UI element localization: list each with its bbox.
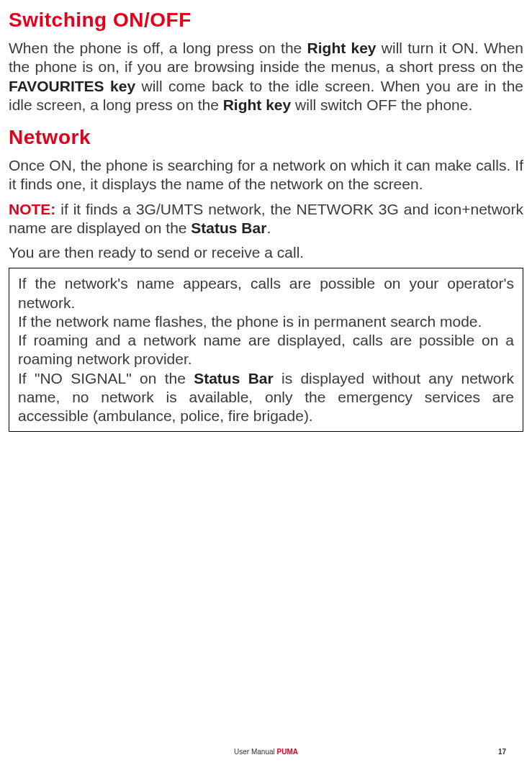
text-fragment: . (266, 220, 271, 236)
box-line-3: If roaming and a network name are displa… (18, 331, 514, 369)
footer-label: User Manual (234, 748, 276, 756)
text-fragment: If "NO SIGNAL" on the (18, 370, 194, 386)
bold-right-key-1: Right key (307, 40, 377, 56)
bold-right-key-2: Right key (223, 96, 292, 113)
switching-paragraph: When the phone is off, a long press on t… (9, 39, 523, 114)
section-title-network: Network (9, 126, 523, 149)
box-line-4: If "NO SIGNAL" on the Status Bar is disp… (18, 369, 514, 426)
footer-brand: PUMA (277, 748, 298, 756)
section-title-switching: Switching ON/OFF (9, 9, 523, 32)
text-fragment: will switch OFF the phone. (291, 96, 472, 113)
info-box: If the network's name appears, calls are… (9, 268, 523, 432)
box-line-2: If the network name flashes, the phone i… (18, 312, 514, 331)
network-paragraph-2: You are then ready to send or receive a … (9, 243, 523, 262)
text-fragment: When the phone is off, a long press on t… (9, 40, 307, 56)
page-number: 17 (498, 748, 506, 756)
network-paragraph-1: Once ON, the phone is searching for a ne… (9, 156, 523, 194)
bold-status-bar-1: Status Bar (191, 220, 266, 236)
bold-status-bar-2: Status Bar (194, 370, 274, 386)
network-note: NOTE: if it finds a 3G/UMTS network, the… (9, 200, 523, 238)
footer: User Manual PUMA (0, 748, 532, 756)
box-line-1: If the network's name appears, calls are… (18, 274, 514, 312)
note-label: NOTE: (9, 201, 55, 217)
bold-favourites-key: FAVOURITES key (9, 78, 135, 94)
